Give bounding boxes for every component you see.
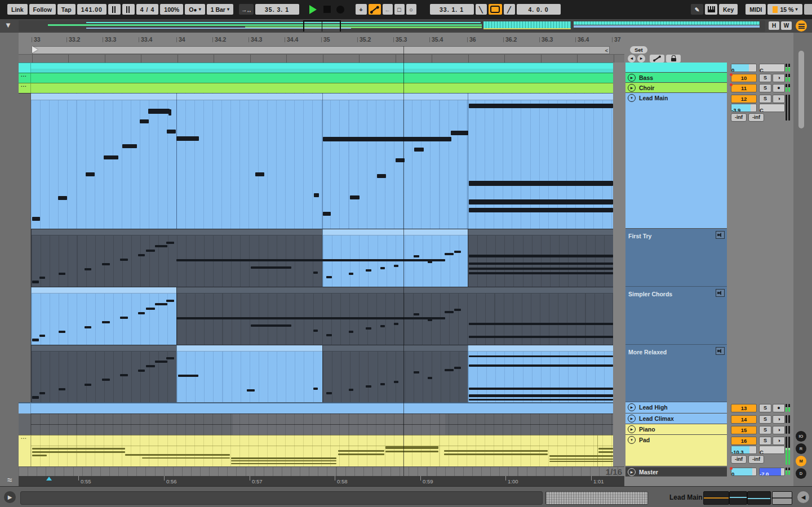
vertical-scrollbar[interactable]: [798, 51, 804, 128]
track-play-icon[interactable]: ▶: [628, 84, 636, 92]
record-button[interactable]: [336, 6, 344, 14]
draw-mode-icon[interactable]: ✎: [691, 4, 703, 15]
take-clip[interactable]: [468, 229, 613, 287]
track-play-icon[interactable]: ▶: [628, 403, 636, 411]
midi-to-field[interactable]: 15: [731, 426, 757, 434]
track-header-bass[interactable]: ▶ Bass: [625, 73, 727, 83]
solo-button[interactable]: S: [759, 404, 771, 412]
io-section-toggle[interactable]: IO: [796, 431, 806, 442]
punch-out-button[interactable]: ╱: [504, 4, 515, 15]
send-b-field[interactable]: -inf: [748, 113, 764, 122]
take-clip[interactable]: [31, 345, 176, 402]
take-clip[interactable]: [31, 287, 176, 345]
hamburger-menu-icon[interactable]: [796, 20, 807, 32]
choir-track-clip[interactable]: [31, 83, 613, 93]
arrangement-overview[interactable]: [19, 20, 765, 32]
midi-to-field[interactable]: 14: [731, 415, 757, 424]
track-header-cyan[interactable]: [625, 63, 727, 73]
loop-start-field[interactable]: 33. 1. 1: [430, 4, 474, 15]
track-header-lead-climax[interactable]: ▶ Lead Climax: [625, 413, 727, 424]
bass-track-stub[interactable]: ...: [19, 73, 31, 83]
loop-brace[interactable]: <: [32, 46, 610, 54]
loop-button[interactable]: [489, 4, 502, 15]
solo-button[interactable]: S: [759, 74, 771, 82]
session-record-button[interactable]: ○: [406, 4, 416, 15]
midi-to-field[interactable]: 16: [731, 437, 757, 445]
capture-midi-button[interactable]: □: [394, 4, 405, 15]
lead-climax-row[interactable]: [31, 413, 613, 424]
stop-button[interactable]: [323, 6, 331, 13]
midi-to-field[interactable]: 13: [731, 404, 757, 412]
smooth-scroll-icon[interactable]: ≈: [3, 474, 16, 484]
track-header-pad[interactable]: ▼ Pad: [625, 435, 727, 466]
take-clip[interactable]: [31, 229, 322, 287]
preview-play-icon[interactable]: ▶: [4, 491, 16, 503]
take-lane-header[interactable]: More Relaxed: [625, 345, 727, 402]
send-b-field[interactable]: -inf: [748, 455, 764, 464]
computer-midi-keyboard-icon[interactable]: [705, 4, 717, 15]
metronome-icon[interactable]: [108, 4, 121, 15]
follow-button[interactable]: Follow: [29, 4, 56, 15]
automation-arm-button[interactable]: [369, 4, 381, 15]
draw-automation-button[interactable]: [650, 55, 664, 63]
pan-field[interactable]: C: [759, 104, 785, 112]
device-thumbnail[interactable]: [772, 491, 792, 505]
bass-track-clip[interactable]: [31, 73, 613, 83]
device-thumbnail[interactable]: [747, 491, 771, 505]
cue-volume-field[interactable]: -7.0: [759, 468, 785, 476]
pan-field[interactable]: C: [759, 64, 785, 72]
take-lane-first-try[interactable]: [31, 229, 613, 287]
choir-track-stub[interactable]: ...: [19, 83, 31, 93]
send-a-field[interactable]: -inf: [731, 113, 747, 122]
volume-field[interactable]: -10.3: [731, 446, 757, 454]
set-locator-button[interactable]: Set: [630, 46, 647, 54]
tempo-field[interactable]: 141.00: [77, 4, 107, 15]
time-ruler[interactable]: 0:550:560:570:580:591:001:01: [19, 476, 624, 486]
take-clip[interactable]: [468, 345, 613, 402]
cyan-track-stub[interactable]: [19, 63, 31, 73]
take-lane-header[interactable]: Simpler Chords: [625, 287, 727, 345]
master-grid-strip[interactable]: 1/16: [19, 466, 624, 476]
loop-end-marker-icon[interactable]: <: [605, 48, 608, 54]
arrangement-position-field[interactable]: 35. 3. 1: [255, 4, 299, 15]
track-fold-icon[interactable]: ▼: [628, 436, 636, 444]
next-locator-button[interactable]: ▸: [637, 55, 645, 63]
piano-row[interactable]: [31, 424, 613, 435]
track-play-icon[interactable]: ▶: [628, 74, 636, 82]
overdub-button[interactable]: +: [356, 4, 367, 15]
track-play-icon[interactable]: ▶: [628, 415, 636, 422]
master-volume-field[interactable]: 0: [731, 468, 757, 476]
track-header-piano[interactable]: ▶ Piano: [625, 424, 727, 435]
solo-button[interactable]: S: [759, 437, 771, 445]
optimize-width-button[interactable]: W: [781, 21, 792, 30]
delay-section-toggle[interactable]: D: [796, 468, 806, 479]
clip-overview-preview[interactable]: [545, 491, 648, 505]
take-clip[interactable]: [322, 229, 468, 287]
take-clip[interactable]: [176, 345, 322, 402]
play-button[interactable]: [309, 5, 317, 14]
collapse-device-view-icon[interactable]: ◀: [797, 491, 809, 503]
beat-time-ruler[interactable]: 3333.233.333.43434.234.334.43535.235.335…: [19, 33, 624, 46]
arm-button[interactable]: ●: [773, 84, 785, 92]
volume-field[interactable]: 0: [731, 64, 757, 72]
take-clip[interactable]: [322, 345, 468, 402]
tap-tempo-button[interactable]: Tap: [57, 4, 76, 15]
scrub-area[interactable]: [19, 54, 624, 63]
returns-section-toggle[interactable]: R: [796, 443, 806, 454]
solo-button[interactable]: S: [759, 84, 771, 92]
send-a-field[interactable]: -inf: [731, 455, 747, 464]
solo-button[interactable]: S: [759, 95, 771, 103]
midi-map-button[interactable]: MIDI: [746, 4, 766, 15]
arm-button[interactable]: ◑: [773, 426, 785, 434]
optimize-height-button[interactable]: H: [769, 21, 779, 30]
cpu-load-meter[interactable]: 15 %▾: [767, 4, 802, 15]
track-header-master[interactable]: ▶ Master: [625, 467, 727, 477]
midi-to-field[interactable]: 12: [731, 95, 757, 103]
arm-button[interactable]: ◑: [773, 437, 785, 445]
lock-envelopes-button[interactable]: [666, 55, 681, 63]
punch-in-button[interactable]: ╲: [476, 4, 487, 15]
device-thumbnail[interactable]: [703, 491, 729, 505]
reenable-automation-button[interactable]: ←: [383, 4, 393, 15]
pad-stub[interactable]: ...: [19, 435, 31, 466]
loop-start-marker-icon[interactable]: [32, 46, 38, 53]
